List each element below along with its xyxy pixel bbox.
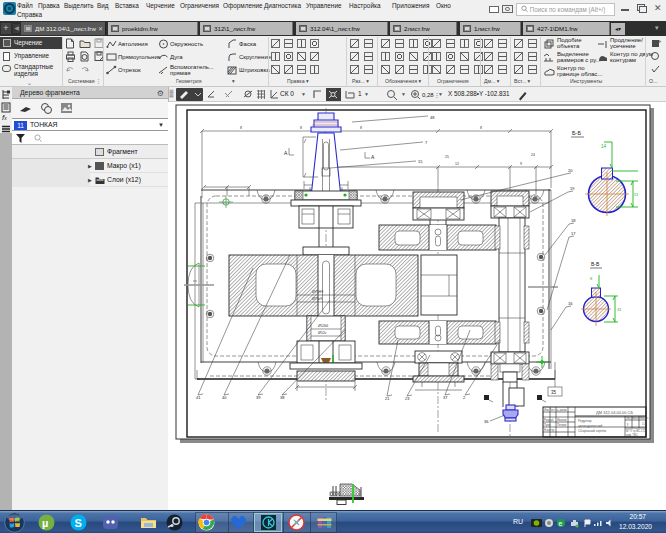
svg-text:µ: µ [42, 517, 48, 529]
svg-text:Разраб.: Разраб. [544, 418, 554, 422]
svg-text:38: 38 [280, 395, 285, 400]
svg-text:48: 48 [430, 115, 435, 120]
svg-text:15: 15 [418, 159, 423, 164]
svg-text:8: 8 [360, 126, 362, 130]
svg-text:23: 23 [405, 396, 410, 401]
svg-text:ДМ 312.04.00.00 СБ: ДМ 312.04.00.00 СБ [596, 410, 634, 415]
svg-text:17: 17 [571, 231, 576, 236]
svg-text:36: 36 [484, 419, 489, 424]
svg-text:9: 9 [520, 162, 522, 166]
svg-text:21: 21 [385, 396, 390, 401]
svg-text:Петров: Петров [557, 423, 567, 427]
svg-text:12: 12 [455, 162, 459, 166]
svg-text:В-В: В-В [591, 261, 600, 267]
svg-text:S: S [75, 517, 82, 529]
svg-text:Иванов: Иванов [557, 418, 567, 422]
svg-text:8: 8 [480, 126, 482, 130]
svg-text:Ø75x9: Ø75x9 [312, 297, 322, 301]
svg-text:37: 37 [443, 395, 448, 400]
svg-text:8: 8 [240, 126, 242, 130]
svg-text:Редуктор: Редуктор [578, 419, 592, 423]
svg-text:Сборочный чертёж: Сборочный чертёж [578, 429, 607, 433]
svg-text:19: 19 [570, 186, 575, 191]
svg-text:Н.контр.: Н.контр. [544, 428, 555, 432]
svg-text:51: 51 [634, 192, 639, 197]
svg-text:24: 24 [531, 153, 535, 157]
svg-text:20: 20 [568, 168, 573, 173]
svg-text:40: 40 [222, 395, 227, 400]
svg-text:8: 8 [300, 126, 302, 130]
svg-text:Лит. Масса Масшт.: Лит. Масса Масшт. [626, 416, 649, 420]
svg-text:Ø75H9: Ø75H9 [312, 290, 323, 294]
svg-text:16: 16 [568, 301, 573, 306]
svg-text:ВГТУ гр.МС-172: ВГТУ гр.МС-172 [626, 429, 646, 433]
svg-text:39: 39 [256, 395, 261, 400]
svg-text:41: 41 [196, 395, 201, 400]
svg-text:e: e [559, 520, 563, 527]
svg-text:14: 14 [601, 144, 607, 149]
svg-text:1:2: 1:2 [642, 422, 646, 426]
svg-text:Б-Б: Б-Б [572, 130, 581, 136]
svg-text:35: 35 [551, 390, 557, 395]
svg-text:цилиндрический: цилиндрический [578, 424, 603, 428]
svg-text:Изм Лист № докум.: Изм Лист № докум. [544, 408, 568, 412]
svg-text:каф. ТМС: каф. ТМС [626, 433, 638, 437]
svg-text:18: 18 [571, 218, 576, 223]
svg-text:Ø52v: Ø52v [318, 331, 327, 335]
svg-text:31: 31 [617, 307, 622, 312]
svg-text:25: 25 [445, 155, 449, 159]
svg-text:Ø52k6: Ø52k6 [318, 324, 328, 328]
svg-text:Пров.: Пров. [544, 423, 552, 427]
